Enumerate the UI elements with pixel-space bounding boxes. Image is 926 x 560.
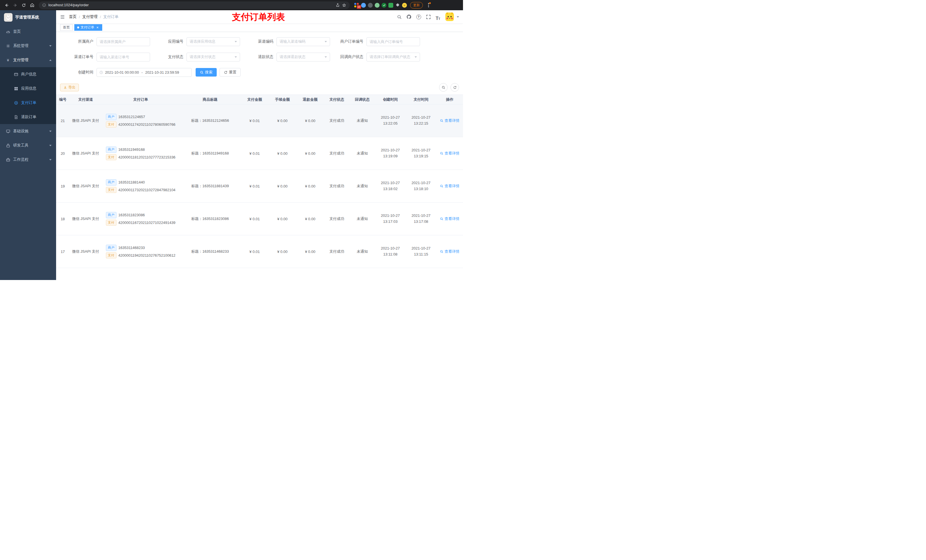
profile-avatar-icon[interactable] [402, 3, 407, 8]
filter-merchant: 所属商户 [60, 37, 150, 46]
forward-icon[interactable] [11, 2, 19, 9]
refund-status-select[interactable]: 请选择退款状态 [277, 53, 330, 62]
pay-status-select[interactable]: 请选择支付状态 [186, 53, 240, 62]
chevron-down-icon [49, 159, 51, 160]
search-icon[interactable] [395, 13, 403, 21]
notify-status-select[interactable]: 请选择订单回调商户状态 [366, 53, 420, 62]
extension-drop-icon[interactable] [361, 3, 366, 8]
url-text[interactable]: localhost:1024/pay/order [48, 3, 333, 7]
avatar[interactable] [445, 12, 454, 21]
sidebar-item-payment[interactable]: ¥ 支付管理 [0, 53, 56, 67]
tab-home[interactable]: 首页 [60, 24, 73, 31]
filter-app: 应用编号 请选择应用信息 [150, 37, 240, 46]
merchant-input[interactable] [97, 37, 150, 46]
field-label: 所属商户 [60, 39, 97, 44]
sidebar-item-refund-order[interactable]: 退款订单 [0, 110, 56, 124]
channel-pay-no: 4200001173202110272847982104 [118, 188, 176, 192]
view-detail-link[interactable]: 查看详情 [440, 184, 459, 189]
refund-amount: ¥ 0.00 [305, 249, 315, 254]
sidebar-item-merchant-info[interactable]: 商户信息 [0, 67, 56, 82]
sidebar-item-workflow[interactable]: 工作流程 [0, 152, 56, 167]
channel-code-select[interactable]: 请输入渠道编码 [277, 37, 330, 46]
extension-green-icon[interactable] [375, 3, 380, 8]
merchant-order-no-input[interactable] [366, 37, 420, 46]
share-icon[interactable] [336, 3, 340, 7]
avatar-caret-icon[interactable] [457, 16, 459, 18]
merchant-order-no-field[interactable] [369, 39, 417, 44]
refresh-icon[interactable] [451, 83, 459, 92]
col-id: 编号 [56, 95, 70, 104]
field-label: 渠道订单号 [60, 54, 97, 59]
address-bar[interactable]: localhost:1024/pay/order [39, 2, 350, 9]
target-icon [14, 101, 18, 105]
sidebar-item-pay-order[interactable]: 支付订单 [0, 96, 56, 110]
pay-time: 2021-10-27 13:17:08 [412, 213, 431, 223]
date-start[interactable]: 2021-10-01 00:00:00 [105, 70, 139, 74]
sidebar-item-infra[interactable]: 基础设施 [0, 124, 56, 138]
view-detail-link[interactable]: 查看详情 [440, 216, 459, 221]
channel-order-no-input[interactable] [97, 53, 150, 62]
sidebar-item-system[interactable]: 系统管理 [0, 39, 56, 53]
filter-create-time: 创建时间 2021-10-01 00:00:00 - 2021-10-31 23… [60, 68, 241, 77]
app-select[interactable]: 请选择应用信息 [186, 37, 240, 46]
extension-colordots-icon[interactable]: 10 [354, 3, 359, 8]
app-logo[interactable]: 芋道管理系统 [0, 10, 56, 24]
refund-amount: ¥ 0.00 [305, 184, 315, 189]
extension-square-icon[interactable] [388, 3, 393, 8]
reset-button[interactable]: 重置 [219, 68, 241, 77]
breadcrumb-home[interactable]: 首页 [69, 14, 77, 20]
filter-refund-status: 退款状态 请选择退款状态 [240, 52, 330, 62]
hamburger-icon[interactable] [56, 10, 69, 23]
sidebar-item-app-info[interactable]: 应用信息 [0, 82, 56, 96]
briefcase-icon [6, 158, 10, 162]
bookmark-star-icon[interactable] [342, 3, 346, 8]
extension-badge: 10 [357, 5, 361, 9]
date-end[interactable]: 2021-10-31 23:59:59 [145, 70, 179, 74]
view-detail-link[interactable]: 查看详情 [440, 151, 459, 156]
reload-icon[interactable] [20, 2, 27, 9]
fullscreen-icon[interactable] [424, 13, 432, 21]
merchant-order-no: 1635312124657 [118, 115, 145, 119]
sidebar-item-devtools[interactable]: 研发工具 [0, 138, 56, 152]
goods-title: 标题：1635311468233 [191, 249, 229, 254]
export-button[interactable]: 导出 [60, 84, 79, 91]
pay-status: 支付成功 [330, 151, 344, 155]
pay-channel: 微信 JSAPI 支付 [72, 118, 99, 123]
date-separator: - [141, 70, 143, 74]
tab-pay-order[interactable]: 支付订单 [74, 24, 102, 31]
view-detail-link[interactable]: 查看详情 [440, 249, 459, 254]
select-placeholder: 请选择应用信息 [190, 39, 216, 44]
sidebar-item-home[interactable]: 首页 [0, 24, 56, 39]
notify-status: 未通知 [357, 217, 368, 221]
close-icon[interactable] [96, 26, 99, 29]
date-range-picker[interactable]: 2021-10-01 00:00:00 - 2021-10-31 23:59:5… [97, 68, 192, 77]
browser-update-button[interactable]: 更新 [410, 2, 423, 9]
merchant-order-no: 1635311881440 [118, 180, 145, 184]
home-icon[interactable] [29, 2, 36, 9]
browser-menu-icon[interactable] [426, 2, 431, 8]
order-id: 20 [61, 151, 65, 155]
extension-gray-icon[interactable] [368, 3, 373, 8]
back-icon[interactable] [3, 2, 10, 9]
field-label: 创建时间 [60, 70, 97, 75]
github-icon[interactable] [405, 13, 413, 21]
pay-amount: ¥ 0.01 [250, 184, 260, 189]
view-detail-link[interactable]: 查看详情 [440, 118, 459, 123]
channel-order-no-field[interactable] [100, 55, 147, 59]
puzzle-extensions-icon[interactable] [395, 3, 400, 8]
extension-check-icon[interactable] [381, 3, 386, 8]
col-fee: 手续金额 [268, 95, 297, 104]
site-info-icon[interactable] [42, 3, 46, 7]
screen: localhost:1024/pay/order 10 [0, 0, 463, 280]
filter-pay-status: 支付状态 请选择支付状态 [150, 52, 240, 62]
filter-channel-code: 渠道编码 请输入渠道编码 [240, 37, 330, 46]
search-button[interactable]: 搜索 [196, 68, 217, 77]
pay-time: 2021-10-27 13:18:10 [412, 181, 431, 191]
fee-amount: ¥ 0.00 [277, 184, 287, 189]
help-icon[interactable]: ? [415, 13, 422, 21]
merchant-input-field[interactable] [100, 39, 147, 44]
field-label: 商户订单编号 [330, 39, 366, 44]
breadcrumb-parent[interactable]: 支付管理 [82, 14, 98, 20]
search-toggle-icon[interactable] [439, 83, 448, 92]
font-size-icon[interactable]: TT [434, 13, 442, 21]
